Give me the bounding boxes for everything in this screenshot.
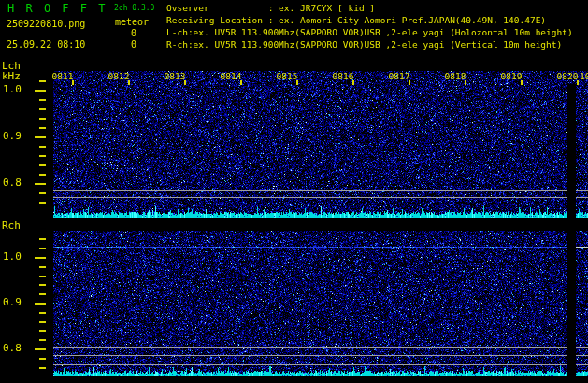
app-title: H R O F F T bbox=[7, 3, 108, 15]
time-label: 0816 bbox=[333, 72, 354, 81]
freq-label: 0.9 bbox=[3, 131, 22, 142]
time-label: 0815 bbox=[277, 72, 298, 81]
time-label: 0819 bbox=[501, 72, 523, 81]
time-label: 0820 bbox=[557, 72, 579, 81]
meteor-count-lch: 0 bbox=[131, 29, 136, 39]
time-label: 0817 bbox=[389, 72, 410, 81]
time-label: 0812 bbox=[108, 72, 130, 81]
time-label: 0813 bbox=[165, 72, 186, 81]
output-filename: 2509220810.png bbox=[7, 20, 85, 30]
hrofft-screen: H R O F F T 2ch 0.3.0 2509220810.png met… bbox=[0, 0, 588, 383]
freq-label: 0.9 bbox=[3, 297, 22, 308]
spectrogram-canvas bbox=[0, 0, 588, 383]
info-line-lch-setup: L-ch:ex. UV5R 113.900Mhz(SAPPORO VOR)USB… bbox=[166, 28, 573, 37]
meteor-count-rch: 0 bbox=[131, 40, 136, 50]
freq-label: 0.8 bbox=[3, 343, 22, 354]
time-label: 0818 bbox=[445, 72, 466, 81]
freq-label: 1.0 bbox=[3, 251, 22, 262]
channel-label-rch: Rch bbox=[2, 220, 21, 232]
record-datetime: 25.09.22 08:10 bbox=[7, 40, 85, 50]
time-label: 0814 bbox=[221, 72, 242, 81]
meteor-count-label: meteor bbox=[115, 18, 149, 28]
info-line-rch-setup: R-ch:ex. UV5R 113.900Mhz(SAPPORO VOR)USB… bbox=[166, 40, 562, 50]
info-line-location: Receiving Location : ex. Aomori City Aom… bbox=[166, 16, 546, 25]
info-line-observer: Ovserver : ex. JR7CYX [ kid ] bbox=[166, 4, 375, 13]
freq-unit-label: kHz bbox=[2, 71, 21, 82]
time-label: 0811 bbox=[52, 72, 74, 81]
freq-label: 0.8 bbox=[3, 177, 22, 189]
time-label-partial: 10 bbox=[580, 72, 588, 81]
app-version: 2ch 0.3.0 bbox=[114, 5, 154, 12]
freq-label: 1.0 bbox=[3, 84, 22, 95]
